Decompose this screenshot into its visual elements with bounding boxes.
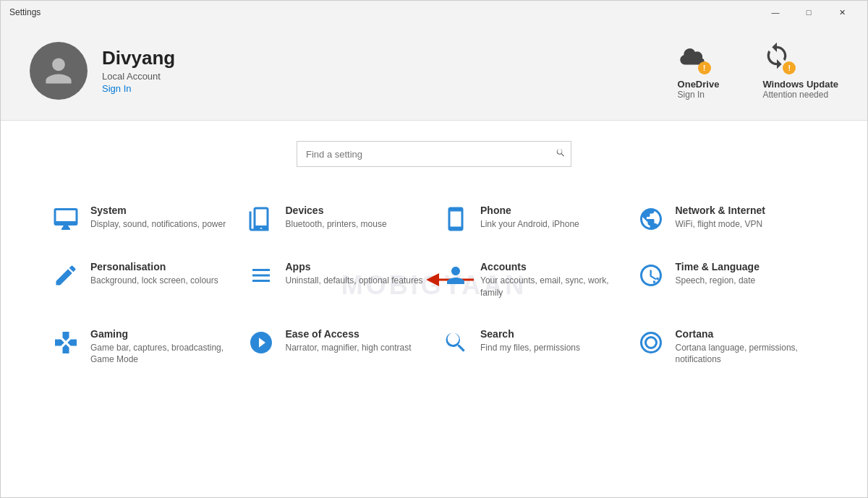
settings-item-cortana[interactable]: Cortana Cortana language, permissions, n… (629, 317, 825, 378)
apps-title: Apps (286, 261, 423, 272)
apps-icon (248, 262, 274, 288)
settings-item-personalisation[interactable]: Personalisation Background, lock screen,… (44, 249, 239, 311)
system-title: System (90, 205, 226, 216)
status-items: ! OneDrive Sign In ! Windows Update Atte… (678, 41, 838, 100)
ease-title: Ease of Access (286, 328, 412, 340)
settings-item-network[interactable]: Network & Internet WiFi, flight mode, VP… (629, 193, 825, 244)
settings-item-devices[interactable]: Devices Bluetooth, printers, mouse (239, 193, 435, 244)
personalisation-icon (53, 262, 79, 288)
profile-info: Divyang Local Account Sign In (102, 47, 175, 94)
windows-update-label: Windows Update (762, 79, 838, 90)
settings-window: Settings — □ ✕ Divyang Local Account Sig… (1, 1, 867, 497)
search-settings-desc: Find my files, permissions (480, 342, 580, 354)
cortana-title: Cortana (676, 328, 816, 340)
devices-desc: Bluetooth, printers, mouse (286, 218, 387, 231)
network-desc: WiFi, flight mode, VPN (676, 218, 765, 231)
settings-content-area: MOBIGYAAN System Display, sound, notific… (44, 193, 824, 377)
svg-point-3 (645, 337, 656, 348)
search-submit-button[interactable] (556, 148, 566, 160)
ease-desc: Narrator, magnifier, high contrast (286, 342, 412, 354)
gaming-icon (53, 330, 79, 356)
cortana-icon (638, 330, 664, 356)
settings-item-search[interactable]: Search Find my files, permissions (434, 317, 629, 378)
search-settings-icon (443, 330, 469, 356)
settings-item-ease[interactable]: Ease of Access Narrator, magnifier, high… (239, 317, 435, 378)
svg-point-2 (641, 332, 660, 352)
onedrive-icon-wrap: ! (678, 41, 711, 74)
windows-update-status[interactable]: ! Windows Update Attention needed (762, 41, 838, 100)
time-icon (638, 262, 664, 288)
cortana-desc: Cortana language, permissions, notificat… (676, 342, 816, 366)
personalisation-desc: Background, lock screen, colours (90, 275, 218, 287)
apps-desc: Uninstall, defaults, optional features (286, 275, 423, 287)
header: Divyang Local Account Sign In ! OneDrive… (1, 24, 867, 121)
settings-grid: System Display, sound, notifications, po… (44, 193, 824, 377)
system-icon (53, 206, 79, 232)
windows-update-badge: ! (783, 61, 796, 74)
time-desc: Speech, region, date (676, 275, 760, 287)
system-desc: Display, sound, notifications, power (90, 218, 226, 231)
devices-icon (248, 206, 274, 232)
settings-item-gaming[interactable]: Gaming Game bar, captures, broadcasting,… (44, 317, 239, 378)
settings-item-apps[interactable]: Apps Uninstall, defaults, optional featu… (239, 249, 435, 311)
profile-name: Divyang (102, 47, 175, 69)
search-bar (297, 141, 571, 167)
network-title: Network & Internet (676, 205, 765, 216)
maximize-button[interactable]: □ (792, 1, 825, 24)
network-icon (638, 206, 664, 232)
search-settings-title: Search (480, 328, 580, 340)
personalisation-title: Personalisation (90, 261, 218, 272)
settings-item-accounts[interactable]: Accounts Your accounts, email, sync, wor… (434, 249, 629, 311)
devices-title: Devices (286, 205, 387, 216)
gaming-title: Gaming (90, 328, 231, 340)
minimize-button[interactable]: — (759, 1, 792, 24)
user-icon (43, 55, 75, 87)
search-input[interactable] (297, 141, 571, 167)
window-title: Settings (9, 7, 41, 17)
onedrive-sub: Sign In (678, 90, 705, 100)
profile-section: Divyang Local Account Sign In (30, 42, 620, 100)
titlebar: Settings — □ ✕ (1, 1, 867, 24)
settings-item-time[interactable]: Time & Language Speech, region, date (629, 249, 825, 311)
profile-signin-link[interactable]: Sign In (102, 83, 175, 94)
accounts-title: Accounts (480, 261, 621, 272)
titlebar-controls: — □ ✕ (759, 1, 859, 24)
profile-account-type: Local Account (102, 71, 175, 82)
onedrive-label: OneDrive (678, 79, 720, 90)
gaming-desc: Game bar, captures, broadcasting, Game M… (90, 342, 231, 366)
windows-update-icon-wrap: ! (762, 41, 796, 74)
phone-title: Phone (480, 205, 579, 216)
phone-desc: Link your Android, iPhone (480, 218, 579, 231)
windows-update-sub: Attention needed (762, 90, 828, 100)
main-content: MOBIGYAAN System Display, sound, notific… (1, 121, 867, 497)
accounts-desc: Your accounts, email, sync, work, family (480, 275, 621, 299)
avatar (30, 42, 88, 100)
accounts-icon (443, 262, 469, 288)
onedrive-badge: ! (698, 61, 711, 74)
phone-icon (443, 206, 469, 232)
ease-icon (248, 330, 274, 356)
close-button[interactable]: ✕ (825, 1, 859, 24)
settings-item-system[interactable]: System Display, sound, notifications, po… (44, 193, 239, 244)
onedrive-status[interactable]: ! OneDrive Sign In (678, 41, 720, 100)
search-icon (556, 148, 566, 158)
settings-item-phone[interactable]: Phone Link your Android, iPhone (434, 193, 629, 244)
time-title: Time & Language (676, 261, 760, 272)
